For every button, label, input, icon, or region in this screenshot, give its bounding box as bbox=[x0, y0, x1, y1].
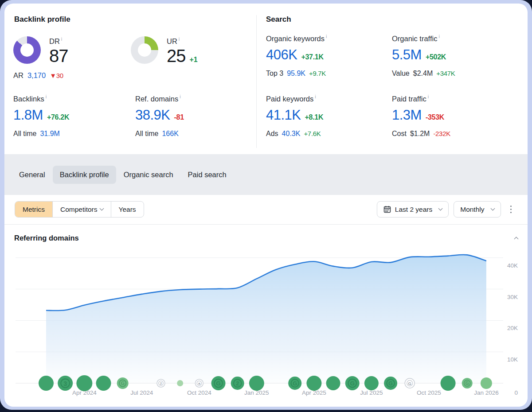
organic-traffic-value[interactable]: 5.5M bbox=[392, 47, 422, 63]
backlinks-label: Backlinksi bbox=[13, 94, 69, 103]
x-axis-label: Jul 2025 bbox=[360, 389, 383, 396]
ur-delta: +1 bbox=[190, 56, 198, 64]
dr-donut-chart bbox=[13, 36, 41, 64]
dr-label: DRi bbox=[49, 36, 68, 46]
marker-letter: G bbox=[293, 380, 297, 387]
google-update-marker[interactable] bbox=[249, 376, 264, 391]
info-icon[interactable]: i bbox=[326, 34, 327, 39]
backlinks-stat: Backlinksi 1.8M+76.2K All time31.9M bbox=[13, 94, 69, 138]
google-update-marker[interactable] bbox=[177, 380, 183, 386]
google-update-marker[interactable]: 3 bbox=[58, 376, 73, 391]
google-update-marker[interactable] bbox=[306, 376, 321, 391]
google-update-marker[interactable] bbox=[481, 377, 492, 389]
ar-value[interactable]: 3,170 bbox=[27, 71, 46, 79]
ar-label: AR bbox=[13, 71, 23, 79]
google-update-marker[interactable]: G bbox=[462, 378, 473, 389]
paid-keywords-delta: +8.1K bbox=[305, 113, 324, 121]
organic-keywords-stat: Organic keywordsi 406K+37.1K Top 395.9K+… bbox=[266, 34, 327, 78]
paid-keywords-stat: Paid keywordsi 41.1K+8.1K Ads40.3K+7.6K bbox=[266, 94, 323, 138]
info-icon[interactable]: i bbox=[438, 34, 439, 39]
info-icon[interactable]: i bbox=[315, 94, 316, 99]
tab-organic-search[interactable]: Organic search bbox=[117, 166, 180, 184]
y-axis-label: 10K bbox=[507, 356, 518, 363]
organic-traffic-delta: +502K bbox=[426, 53, 446, 61]
paid-traffic-value[interactable]: 1.3M bbox=[392, 107, 422, 123]
ref-domains-label: Ref. domainsi bbox=[135, 94, 184, 103]
ur-value: 25+1 bbox=[167, 46, 198, 66]
google-update-marker[interactable]: a bbox=[195, 379, 203, 387]
google-update-marker[interactable] bbox=[326, 376, 340, 390]
y-axis-label: 0 bbox=[514, 389, 518, 396]
tab-general[interactable]: General bbox=[12, 166, 52, 184]
info-icon[interactable]: i bbox=[180, 94, 180, 99]
google-update-marker[interactable]: 2 bbox=[157, 379, 165, 387]
collapse-chevron-icon[interactable] bbox=[514, 237, 519, 241]
tab-backlink-profile[interactable]: Backlink profile bbox=[53, 166, 116, 184]
google-update-marker[interactable]: G bbox=[288, 377, 301, 390]
google-update-marker[interactable] bbox=[441, 376, 456, 391]
competitors-segment[interactable]: Competitors bbox=[53, 202, 111, 217]
view-segmented-control: Metrics Competitors Years bbox=[15, 201, 144, 218]
section-divider bbox=[256, 15, 257, 148]
y-axis-label: 30K bbox=[507, 294, 518, 300]
overview-card: Backlink profile Search DRi 87 URi 25+1 … bbox=[4, 4, 528, 407]
organic-traffic-label: Organic traffici bbox=[392, 34, 455, 43]
info-icon[interactable]: i bbox=[61, 36, 62, 42]
tab-paid-search[interactable]: Paid search bbox=[181, 166, 234, 184]
more-options-button[interactable] bbox=[506, 203, 516, 216]
ref-domains-value[interactable]: 38.9K bbox=[135, 107, 170, 123]
google-update-marker[interactable] bbox=[364, 376, 379, 390]
google-update-marker[interactable]: G bbox=[211, 376, 226, 390]
marker-letter: G bbox=[121, 381, 125, 386]
ref-domains-stat: Ref. domainsi 38.9K-81 All time166K bbox=[135, 94, 184, 138]
google-update-marker[interactable]: G bbox=[117, 377, 129, 389]
ar-row: AR3,170▼30 bbox=[13, 71, 63, 80]
y-axis-label: 20K bbox=[507, 325, 518, 331]
info-icon[interactable]: i bbox=[179, 36, 180, 42]
ar-delta: ▼30 bbox=[50, 72, 63, 79]
years-segment[interactable]: Years bbox=[111, 202, 144, 217]
google-update-marker[interactable] bbox=[39, 376, 54, 391]
organic-keywords-value[interactable]: 406K bbox=[266, 47, 297, 63]
search-title: Search bbox=[266, 15, 291, 24]
x-axis-label: Jan 2026 bbox=[474, 389, 499, 396]
toolbar-divider bbox=[4, 224, 528, 225]
chart-title: Referring domains bbox=[14, 234, 79, 242]
paid-keywords-value[interactable]: 41.1K bbox=[266, 107, 301, 123]
date-range-button[interactable]: Last 2 years bbox=[377, 201, 449, 218]
granularity-button[interactable]: Monthly bbox=[454, 201, 501, 218]
marker-letter: G bbox=[350, 380, 355, 387]
backlinks-delta: +76.2K bbox=[47, 113, 69, 121]
x-axis-label: Jul 2024 bbox=[130, 389, 153, 396]
ur-label: URi bbox=[167, 36, 198, 46]
dr-block: DRi 87 bbox=[13, 36, 68, 66]
calendar-icon bbox=[383, 206, 391, 213]
google-update-marker[interactable]: G bbox=[384, 377, 397, 390]
google-update-marker[interactable] bbox=[76, 375, 92, 391]
google-update-marker[interactable]: G bbox=[345, 376, 360, 390]
info-icon[interactable]: i bbox=[428, 94, 429, 99]
window-frame: Backlink profile Search DRi 87 URi 25+1 … bbox=[0, 0, 532, 410]
marker-letter: G bbox=[388, 380, 393, 387]
marker-letter: G bbox=[216, 380, 221, 387]
metrics-segment[interactable]: Metrics bbox=[15, 202, 53, 217]
paid-traffic-label: Paid traffici bbox=[392, 94, 450, 103]
google-update-marker[interactable] bbox=[96, 376, 111, 391]
marker-letter: 2 bbox=[160, 381, 162, 385]
traffic-value-row: Value$2.4M+347K bbox=[392, 70, 455, 78]
ref-domains-alltime: All time166K bbox=[135, 130, 184, 138]
ads-row: Ads40.3K+7.6K bbox=[266, 130, 323, 138]
backlinks-value[interactable]: 1.8M bbox=[13, 107, 43, 123]
referring-domains-chart[interactable]: 40K30K20K10K0Apr 2024Jul 2024Oct 2024Jan… bbox=[4, 253, 528, 403]
y-axis-label: 40K bbox=[507, 262, 518, 269]
ref-domains-delta: -81 bbox=[174, 113, 184, 121]
dr-value: 87 bbox=[49, 46, 68, 66]
marker-letter: G bbox=[408, 381, 411, 386]
google-update-marker[interactable]: G bbox=[405, 378, 415, 388]
ur-block: URi 25+1 bbox=[131, 36, 198, 66]
google-update-marker[interactable]: 2 bbox=[231, 377, 244, 390]
organic-keywords-label: Organic keywordsi bbox=[266, 34, 327, 43]
info-icon[interactable]: i bbox=[46, 94, 47, 99]
x-axis-label: Oct 2024 bbox=[187, 389, 211, 396]
paid-traffic-delta: -353K bbox=[426, 113, 444, 121]
